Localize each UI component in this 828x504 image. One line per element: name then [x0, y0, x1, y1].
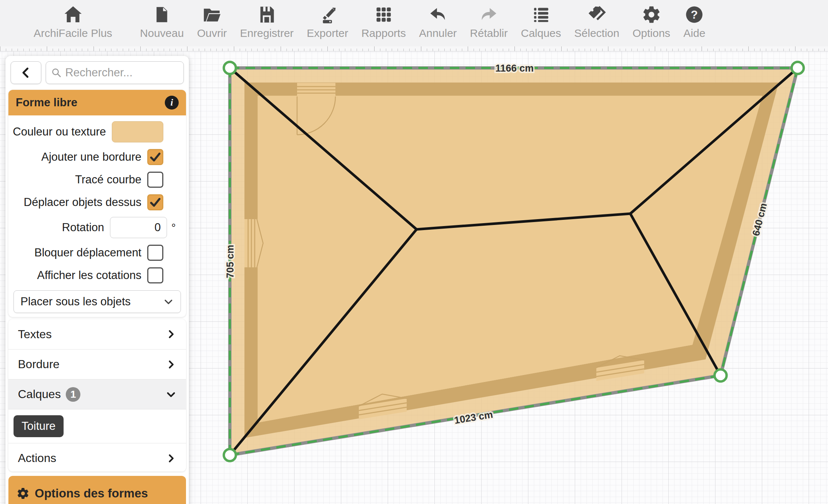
- corner-handle-top-right[interactable]: [792, 62, 804, 74]
- toolbar-reports-button[interactable]: Rapports: [361, 4, 406, 39]
- section-calques[interactable]: Calques 1: [8, 379, 186, 409]
- search-box[interactable]: [46, 61, 184, 84]
- curve-label: Tracé courbe: [75, 173, 142, 186]
- reports-grid-icon: [374, 4, 393, 26]
- back-button[interactable]: [11, 61, 41, 84]
- layer-tag-toiture[interactable]: Toiture: [14, 415, 64, 437]
- corner-handle-top-left[interactable]: [224, 62, 236, 74]
- add-border-checkbox[interactable]: [147, 149, 163, 165]
- rotation-input[interactable]: [110, 217, 167, 238]
- check-icon: [149, 151, 162, 163]
- show-dimensions-label: Afficher les cotations: [37, 269, 141, 282]
- chevron-right-icon: [166, 329, 176, 340]
- lock-move-checkbox[interactable]: [147, 245, 163, 261]
- svg-text:?: ?: [691, 8, 698, 21]
- layers-row: Toiture: [8, 409, 186, 443]
- gear-icon: [16, 487, 30, 500]
- shape-options-label: Options des formes: [35, 486, 148, 500]
- calques-count-badge: 1: [66, 387, 80, 402]
- chevron-left-icon: [20, 66, 32, 79]
- shape-panel: Forme libre i Couleur ou texture Ajouter…: [8, 90, 186, 317]
- redo-icon: [479, 4, 499, 26]
- export-icon: [318, 4, 337, 26]
- chevron-down-icon: [163, 296, 174, 307]
- new-file-icon: [153, 4, 171, 26]
- home-icon: [63, 4, 83, 26]
- section-bordure-label: Bordure: [18, 358, 166, 371]
- check-icon: [149, 196, 162, 209]
- search-icon: [51, 67, 61, 79]
- save-icon: [257, 4, 276, 26]
- placement-select-value: Placer sous les objets: [20, 295, 131, 308]
- toolbar-redo-button[interactable]: Rétablir: [470, 4, 508, 39]
- corner-handle-bottom-left[interactable]: [224, 449, 236, 461]
- placement-select[interactable]: Placer sous les objets: [14, 290, 181, 313]
- curve-checkbox[interactable]: [147, 172, 163, 188]
- chevron-right-icon: [166, 359, 176, 370]
- chevron-right-icon: [166, 453, 176, 464]
- toolbar-selection-button[interactable]: Sélection: [574, 4, 619, 39]
- toolbar-options-button[interactable]: Options: [633, 4, 670, 39]
- search-input[interactable]: [65, 66, 178, 79]
- move-objects-checkbox[interactable]: [147, 194, 163, 210]
- lock-move-label: Bloquer déplacement: [34, 246, 141, 259]
- main-toolbar: ArchiFacile Plus Nouveau Ouvrir Enregist…: [0, 0, 828, 46]
- shape-options-footer[interactable]: Options des formes: [8, 476, 186, 504]
- rotation-unit: °: [171, 221, 179, 234]
- section-textes[interactable]: Textes: [8, 319, 186, 349]
- section-bordure[interactable]: Bordure: [8, 349, 186, 379]
- toolbar-undo-button[interactable]: Annuler: [419, 4, 457, 39]
- gear-icon: [642, 4, 661, 26]
- section-actions-label: Actions: [18, 451, 166, 465]
- color-label: Couleur ou texture: [13, 125, 106, 138]
- tags-icon: [586, 4, 607, 26]
- toolbar-new-button[interactable]: Nouveau: [140, 4, 184, 39]
- left-sidebar: Forme libre i Couleur ou texture Ajouter…: [5, 56, 189, 504]
- info-icon[interactable]: i: [165, 96, 179, 110]
- toolbar-layers-button[interactable]: Calques: [521, 4, 561, 39]
- chevron-down-icon: [166, 389, 176, 400]
- section-actions[interactable]: Actions: [8, 443, 186, 471]
- toolbar-open-button[interactable]: Ouvrir: [197, 4, 227, 39]
- toolbar-home-button[interactable]: ArchiFacile Plus: [34, 4, 112, 39]
- dimension-left: 705 cm: [225, 245, 236, 278]
- add-border-label: Ajouter une bordure: [41, 150, 141, 164]
- section-calques-label: Calques: [18, 387, 61, 401]
- sections-list: Textes Bordure Calques 1 Toiture Actions: [8, 319, 186, 471]
- show-dimensions-checkbox[interactable]: [147, 267, 163, 283]
- open-folder-icon: [202, 4, 222, 26]
- section-textes-label: Textes: [18, 328, 166, 341]
- undo-icon: [428, 4, 448, 26]
- dimension-top: 1166 cm: [495, 63, 533, 74]
- color-swatch[interactable]: [112, 121, 163, 142]
- toolbar-export-button[interactable]: Exporter: [307, 4, 348, 39]
- panel-title: Forme libre: [16, 96, 165, 109]
- rotation-label: Rotation: [62, 221, 104, 234]
- toolbar-save-button[interactable]: Enregistrer: [240, 4, 294, 39]
- help-icon: ?: [684, 4, 704, 26]
- toolbar-help-button[interactable]: ? Aide: [683, 4, 705, 39]
- panel-header: Forme libre i: [8, 90, 186, 115]
- move-objects-label: Déplacer objets dessus: [24, 196, 141, 209]
- layers-list-icon: [532, 4, 551, 26]
- corner-handle-bottom-right[interactable]: [715, 370, 727, 382]
